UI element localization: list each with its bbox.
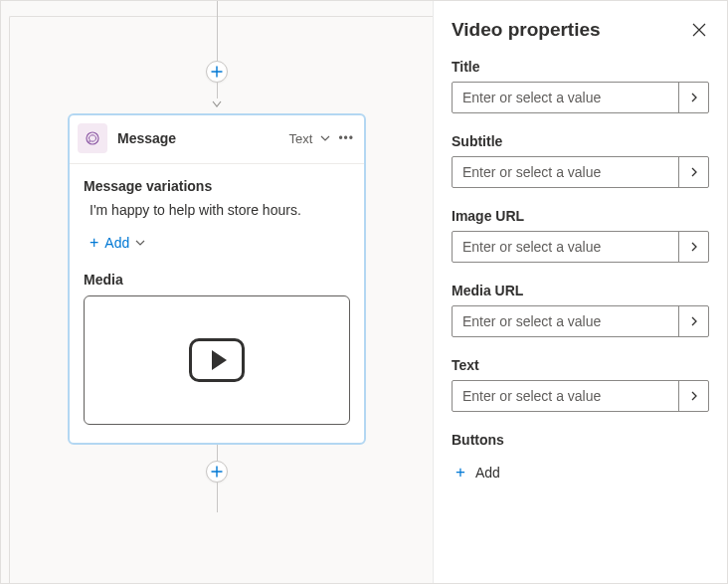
close-button[interactable] — [689, 20, 709, 40]
chevron-down-icon — [135, 238, 145, 248]
media-url-picker-button[interactable] — [678, 306, 708, 336]
add-node-button-bottom[interactable] — [206, 461, 228, 483]
buttons-label: Buttons — [452, 432, 709, 448]
chevron-right-icon — [689, 242, 699, 252]
media-label: Media — [84, 272, 350, 288]
add-label: Add — [475, 465, 500, 481]
field-label-title: Title — [452, 59, 709, 75]
text-input[interactable] — [453, 381, 678, 411]
connector — [217, 483, 218, 512]
message-icon — [78, 123, 107, 153]
media-url-input[interactable] — [453, 306, 678, 336]
title-picker-button[interactable] — [678, 83, 708, 112]
field-label-subtitle: Subtitle — [452, 133, 709, 149]
subtitle-input[interactable] — [453, 157, 678, 187]
properties-panel: Video properties Title Subtitle — [434, 1, 727, 583]
card-type-label[interactable]: Text — [289, 131, 313, 146]
add-variation-button[interactable]: + Add — [84, 234, 145, 252]
plus-icon — [211, 66, 223, 78]
field-label-text: Text — [452, 357, 709, 373]
canvas-area[interactable]: Message Text ••• Message variations I'm … — [1, 1, 434, 583]
text-picker-button[interactable] — [678, 381, 708, 411]
variations-label: Message variations — [84, 178, 350, 194]
plus-icon — [211, 466, 223, 478]
connector — [217, 1, 218, 61]
plus-icon: + — [455, 463, 465, 483]
media-preview[interactable] — [84, 295, 350, 425]
card-title: Message — [117, 130, 279, 146]
panel-title: Video properties — [452, 19, 601, 41]
image-url-picker-button[interactable] — [678, 232, 708, 262]
field-label-media-url: Media URL — [452, 283, 709, 298]
title-input[interactable] — [453, 83, 678, 112]
connector — [217, 445, 218, 461]
svg-point-0 — [87, 132, 98, 144]
add-label: Add — [104, 235, 129, 251]
close-icon — [692, 23, 706, 37]
chevron-right-icon — [689, 167, 699, 177]
image-url-input[interactable] — [453, 232, 678, 262]
arrow-down-icon — [212, 96, 222, 111]
message-card[interactable]: Message Text ••• Message variations I'm … — [68, 113, 366, 445]
field-label-image-url: Image URL — [452, 208, 709, 224]
play-icon — [189, 338, 245, 382]
chevron-right-icon — [689, 316, 699, 326]
subtitle-picker-button[interactable] — [678, 157, 708, 187]
card-header: Message Text ••• — [70, 115, 364, 164]
chevron-right-icon — [689, 93, 699, 102]
variation-text[interactable]: I'm happy to help with store hours. — [84, 202, 350, 218]
more-button[interactable]: ••• — [338, 131, 354, 145]
add-node-button-top[interactable] — [206, 61, 228, 83]
plus-icon: + — [90, 234, 98, 252]
chevron-right-icon — [689, 391, 699, 401]
add-button-button[interactable]: + Add — [452, 457, 504, 488]
chevron-down-icon[interactable] — [320, 130, 330, 146]
